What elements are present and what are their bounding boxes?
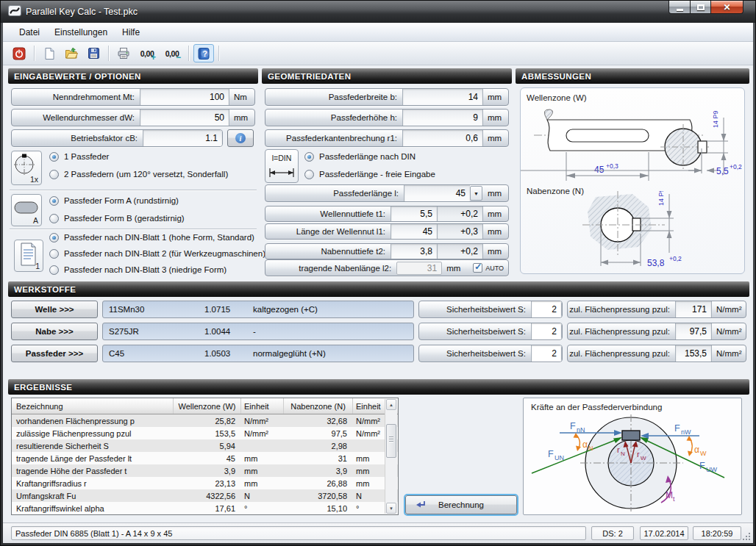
key-width-field-row: Passfederbreite b: 14 mm [265, 88, 509, 106]
shaft-safety-input[interactable]: 2 [531, 301, 562, 317]
calculate-button[interactable]: Berechnung [405, 495, 517, 514]
menu-hilfe[interactable]: Hilfe [115, 24, 147, 40]
table-row: Umfangskraft Fu4322,56N3720,58N [12, 489, 398, 502]
key-pressure-value: 153,5 [675, 345, 712, 362]
scroll-down-button[interactable]: ▼ [386, 503, 396, 514]
new-file-button[interactable] [39, 44, 60, 62]
decimal-decrease-button[interactable]: 0,00 − [160, 44, 184, 62]
minimize-button[interactable] [668, 1, 691, 14]
key-material-button[interactable]: Passfeder >>> [11, 345, 98, 362]
maximize-button[interactable] [691, 1, 711, 14]
result-hub-unit: mm [353, 467, 387, 475]
result-hub-value: 32,68 [284, 417, 353, 425]
key-height-input[interactable]: 9 [402, 109, 483, 126]
hub-bore-tol: +0,2 [669, 255, 682, 262]
key-chamfer-label: Passfederkantenbrechung r1: [265, 134, 402, 143]
shaft-diameter-input[interactable]: 50 [140, 109, 229, 126]
hub-bore-dim: 53,8 [647, 258, 665, 268]
print-button[interactable] [113, 44, 134, 62]
menu-einstellungen[interactable]: Einstellungen [47, 24, 115, 40]
hub-pressure-unit: N/mm² [712, 327, 746, 336]
option-form-a[interactable]: Passfeder Form A (rundstirnig) [49, 195, 179, 206]
result-shaft-unit: ° [241, 504, 284, 513]
torque-input[interactable]: 100 [140, 89, 229, 105]
radio-icon[interactable] [49, 152, 59, 162]
option-form-b[interactable]: Passfeder Form B (geradstirnig) [49, 212, 185, 224]
radio-icon[interactable] [49, 196, 59, 206]
option-din-sheet-2[interactable]: Passfeder nach DIN-Blatt 2 (für Werkzeug… [49, 248, 265, 259]
hub-groove-depth-row: Nabennuttiefe t2: 3,8 +0,2 mm [265, 243, 509, 259]
key-safety-input[interactable]: 2 [531, 345, 562, 362]
result-hub-value: 3,9 [284, 467, 353, 475]
service-factor-input[interactable]: 1.1 [143, 130, 222, 146]
shaft-groove-depth-input[interactable]: 5,5 [391, 206, 438, 221]
key-length-input[interactable]: 45 [404, 185, 470, 201]
result-shaft-value: 23,13 [174, 479, 241, 488]
scroll-up-button[interactable]: ▲ [386, 399, 396, 410]
dimensions-drawing-box: Wellenzone (W) [520, 87, 745, 274]
force-fnw-sub: nW [681, 428, 691, 436]
hub-material-box[interactable]: S275JR 1.0044 - [102, 323, 414, 340]
save-file-button[interactable] [83, 44, 104, 62]
result-shaft-unit: mm [241, 454, 284, 463]
decimal-increase-button[interactable]: 0,00 + [135, 44, 159, 62]
shaft-material-button[interactable]: Welle >>> [11, 301, 98, 318]
shaft-material-box[interactable]: 11SMn30 1.0715 kaltgezogen (+C) [102, 301, 414, 318]
radio-icon[interactable] [304, 152, 314, 162]
angle-w-sub: W [700, 450, 707, 457]
table-row: vorhandenen Flächenpressung p25,82N/mm²3… [12, 414, 398, 427]
radio-icon[interactable] [49, 265, 59, 275]
forces-diagram-box: Kräfte an der Passfederverbindung [523, 398, 742, 515]
shaft-pressure-unit: N/mm² [712, 305, 746, 314]
din-sheet-icon-box: 1 [14, 240, 43, 272]
option-length-free[interactable]: Passfederlänge - freie Eingabe [304, 168, 435, 180]
hub-safety-input[interactable]: 2 [531, 323, 562, 340]
shaft-pressure-label: zul. Flächenpressung pzul: [568, 305, 675, 314]
radio-icon[interactable] [49, 170, 59, 179]
help-button[interactable]: ? [193, 44, 214, 62]
force-fnn-sub: nN [577, 426, 585, 434]
option-two-keys-label: 2 Passfedern (um 120° versetzt, Sonderfa… [64, 170, 228, 179]
result-hub-unit: N/mm² [353, 429, 387, 438]
key-width-input[interactable]: 14 [402, 89, 483, 105]
shaft-groove-depth-tolerance: +0,2 [438, 206, 483, 221]
hub-material-button[interactable]: Nabe >>> [11, 323, 98, 340]
option-length-din[interactable]: Passfederlänge nach DIN [304, 151, 416, 162]
option-din-sheet-1[interactable]: Passfeder nach DIN-Blatt 1 (hohe Form, S… [49, 231, 254, 243]
key-width-unit: mm [483, 93, 508, 101]
resize-grip[interactable] [741, 531, 751, 541]
separator [10, 190, 257, 190]
geometry-panel-header: GEOMETRIEDATEN [262, 68, 512, 84]
option-din-sheet-3[interactable]: Passfeder nach DIN-Blatt 3 (niedrige For… [49, 264, 227, 276]
radio-icon[interactable] [304, 170, 314, 179]
option-two-keys[interactable]: 2 Passfedern (um 120° versetzt, Sonderfa… [49, 168, 228, 180]
dimensions-panel: ABMESSUNGEN Wellenzone (W) [516, 68, 749, 276]
menu-datei[interactable]: Datei [12, 24, 47, 40]
result-shaft-unit: N/mm² [241, 429, 284, 438]
status-text-box: Passfeder DIN 6885 (Blatt 1) - A 14 x 9 … [11, 526, 586, 540]
result-shaft-value: 3,9 [174, 467, 241, 475]
key-material-box[interactable]: C45 1.0503 normalgeglüht (+N) [102, 345, 414, 362]
status-date-box: 17.02.2014 [640, 526, 688, 540]
exit-button[interactable] [9, 44, 29, 62]
key-chamfer-unit: mm [483, 134, 508, 143]
shaft-groove-length-input[interactable]: 45 [391, 224, 438, 239]
option-length-din-label: Passfederlänge nach DIN [319, 152, 416, 161]
option-one-key[interactable]: 1 Passfeder [49, 151, 109, 162]
open-file-button[interactable] [61, 44, 82, 62]
radio-icon[interactable] [49, 214, 59, 223]
radio-icon[interactable] [49, 233, 59, 243]
close-button[interactable]: ✕ [711, 1, 743, 14]
key-length-dropdown[interactable]: ▼ [470, 186, 482, 201]
shaft-safety-label: Sicherheitsbeiwert S: [419, 305, 531, 314]
radio-icon[interactable] [49, 249, 59, 259]
hub-length-label: tragende Nabenlänge l2: [265, 264, 396, 273]
auto-checkbox[interactable] [473, 263, 482, 273]
service-factor-info-button[interactable]: i [227, 129, 254, 147]
scroll-thumb[interactable] [386, 424, 396, 458]
table-scrollbar[interactable]: ▲ ▼ [385, 399, 397, 514]
dimensions-panel-header: ABMESSUNGEN [516, 68, 749, 84]
key-chamfer-input[interactable]: 0,6 [402, 130, 483, 146]
hub-pressure-label: zul. Flächenpressung pzul: [568, 327, 675, 336]
hub-groove-depth-input[interactable]: 3,8 [391, 244, 438, 259]
